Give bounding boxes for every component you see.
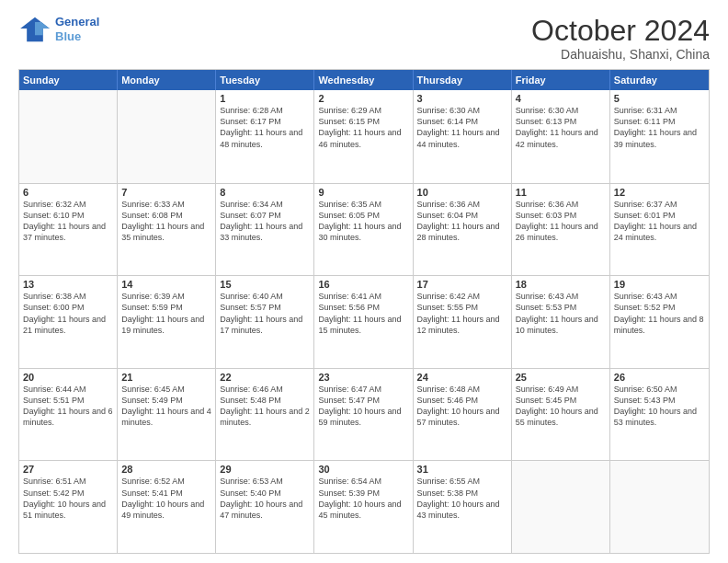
day-number: 22 bbox=[220, 372, 310, 383]
day-info: Sunrise: 6:44 AMSunset: 5:51 PMDaylight:… bbox=[23, 384, 113, 429]
day-info: Sunrise: 6:43 AMSunset: 5:53 PMDaylight:… bbox=[516, 291, 606, 336]
day-26: 26Sunrise: 6:50 AMSunset: 5:43 PMDayligh… bbox=[610, 369, 709, 461]
day-27: 27Sunrise: 6:51 AMSunset: 5:42 PMDayligh… bbox=[19, 461, 118, 553]
day-24: 24Sunrise: 6:48 AMSunset: 5:46 PMDayligh… bbox=[414, 369, 512, 461]
day-info: Sunrise: 6:33 AMSunset: 6:08 PMDaylight:… bbox=[121, 199, 211, 244]
day-4: 4Sunrise: 6:30 AMSunset: 6:13 PMDaylight… bbox=[512, 90, 610, 183]
day-number: 26 bbox=[614, 372, 705, 383]
day-1: 1Sunrise: 6:28 AMSunset: 6:17 PMDaylight… bbox=[216, 90, 314, 183]
day-info: Sunrise: 6:36 AMSunset: 6:04 PMDaylight:… bbox=[417, 199, 507, 244]
day-6: 6Sunrise: 6:32 AMSunset: 6:10 PMDaylight… bbox=[19, 184, 118, 276]
day-number: 6 bbox=[23, 187, 113, 198]
day-info: Sunrise: 6:32 AMSunset: 6:10 PMDaylight:… bbox=[23, 199, 113, 244]
empty-cell bbox=[512, 461, 610, 553]
logo: General Blue bbox=[18, 15, 99, 43]
day-number: 28 bbox=[121, 464, 211, 475]
location: Dahuaishu, Shanxi, China bbox=[531, 47, 710, 62]
day-number: 10 bbox=[417, 187, 507, 198]
day-info: Sunrise: 6:39 AMSunset: 5:59 PMDaylight:… bbox=[121, 291, 211, 336]
day-14: 14Sunrise: 6:39 AMSunset: 5:59 PMDayligh… bbox=[118, 276, 216, 368]
page: General Blue October 2024 Dahuaishu, Sha… bbox=[0, 0, 728, 563]
header: General Blue October 2024 Dahuaishu, Sha… bbox=[18, 15, 710, 62]
calendar-header: Sunday Monday Tuesday Wednesday Thursday… bbox=[19, 70, 709, 90]
day-20: 20Sunrise: 6:44 AMSunset: 5:51 PMDayligh… bbox=[19, 369, 118, 461]
header-thursday: Thursday bbox=[414, 70, 512, 90]
day-info: Sunrise: 6:41 AMSunset: 5:56 PMDaylight:… bbox=[318, 291, 408, 336]
day-info: Sunrise: 6:28 AMSunset: 6:17 PMDaylight:… bbox=[220, 105, 310, 150]
day-info: Sunrise: 6:47 AMSunset: 5:47 PMDaylight:… bbox=[318, 384, 408, 429]
day-number: 23 bbox=[318, 372, 408, 383]
day-28: 28Sunrise: 6:52 AMSunset: 5:41 PMDayligh… bbox=[118, 461, 216, 553]
empty-cell bbox=[118, 90, 216, 183]
calendar-body: 1Sunrise: 6:28 AMSunset: 6:17 PMDaylight… bbox=[19, 90, 709, 553]
day-number: 21 bbox=[121, 372, 211, 383]
day-30: 30Sunrise: 6:54 AMSunset: 5:39 PMDayligh… bbox=[314, 461, 413, 553]
empty-cell bbox=[610, 461, 709, 553]
header-friday: Friday bbox=[512, 70, 610, 90]
day-5: 5Sunrise: 6:31 AMSunset: 6:11 PMDaylight… bbox=[610, 90, 709, 183]
week-3: 13Sunrise: 6:38 AMSunset: 6:00 PMDayligh… bbox=[19, 275, 709, 368]
day-number: 25 bbox=[516, 372, 606, 383]
day-3: 3Sunrise: 6:30 AMSunset: 6:14 PMDaylight… bbox=[414, 90, 512, 183]
day-16: 16Sunrise: 6:41 AMSunset: 5:56 PMDayligh… bbox=[314, 276, 413, 368]
day-12: 12Sunrise: 6:37 AMSunset: 6:01 PMDayligh… bbox=[610, 184, 709, 276]
day-31: 31Sunrise: 6:55 AMSunset: 5:38 PMDayligh… bbox=[414, 461, 512, 553]
header-wednesday: Wednesday bbox=[314, 70, 413, 90]
day-info: Sunrise: 6:51 AMSunset: 5:42 PMDaylight:… bbox=[23, 476, 113, 521]
header-sunday: Sunday bbox=[19, 70, 118, 90]
day-info: Sunrise: 6:49 AMSunset: 5:45 PMDaylight:… bbox=[516, 384, 606, 429]
day-number: 17 bbox=[417, 279, 507, 290]
day-number: 8 bbox=[220, 187, 310, 198]
day-17: 17Sunrise: 6:42 AMSunset: 5:55 PMDayligh… bbox=[414, 276, 512, 368]
day-info: Sunrise: 6:37 AMSunset: 6:01 PMDaylight:… bbox=[614, 199, 705, 244]
title-block: October 2024 Dahuaishu, Shanxi, China bbox=[531, 15, 710, 62]
day-number: 27 bbox=[23, 464, 113, 475]
header-saturday: Saturday bbox=[610, 70, 709, 90]
day-22: 22Sunrise: 6:46 AMSunset: 5:48 PMDayligh… bbox=[216, 369, 314, 461]
day-number: 16 bbox=[318, 279, 408, 290]
day-25: 25Sunrise: 6:49 AMSunset: 5:45 PMDayligh… bbox=[512, 369, 610, 461]
calendar: Sunday Monday Tuesday Wednesday Thursday… bbox=[18, 69, 710, 554]
day-number: 30 bbox=[318, 464, 408, 475]
header-tuesday: Tuesday bbox=[216, 70, 314, 90]
day-number: 19 bbox=[614, 279, 705, 290]
day-info: Sunrise: 6:30 AMSunset: 6:13 PMDaylight:… bbox=[516, 105, 606, 150]
day-info: Sunrise: 6:36 AMSunset: 6:03 PMDaylight:… bbox=[516, 199, 606, 244]
day-number: 14 bbox=[121, 279, 211, 290]
day-number: 5 bbox=[614, 93, 705, 104]
day-info: Sunrise: 6:54 AMSunset: 5:39 PMDaylight:… bbox=[318, 476, 408, 521]
day-info: Sunrise: 6:40 AMSunset: 5:57 PMDaylight:… bbox=[220, 291, 310, 336]
day-info: Sunrise: 6:46 AMSunset: 5:48 PMDaylight:… bbox=[220, 384, 310, 429]
day-number: 24 bbox=[417, 372, 507, 383]
day-info: Sunrise: 6:53 AMSunset: 5:40 PMDaylight:… bbox=[220, 476, 310, 521]
day-number: 31 bbox=[417, 464, 507, 475]
day-29: 29Sunrise: 6:53 AMSunset: 5:40 PMDayligh… bbox=[216, 461, 314, 553]
day-info: Sunrise: 6:34 AMSunset: 6:07 PMDaylight:… bbox=[220, 199, 310, 244]
logo-text: General Blue bbox=[55, 15, 99, 43]
day-2: 2Sunrise: 6:29 AMSunset: 6:15 PMDaylight… bbox=[314, 90, 413, 183]
day-info: Sunrise: 6:30 AMSunset: 6:14 PMDaylight:… bbox=[417, 105, 507, 150]
day-18: 18Sunrise: 6:43 AMSunset: 5:53 PMDayligh… bbox=[512, 276, 610, 368]
day-15: 15Sunrise: 6:40 AMSunset: 5:57 PMDayligh… bbox=[216, 276, 314, 368]
empty-cell bbox=[19, 90, 118, 183]
day-8: 8Sunrise: 6:34 AMSunset: 6:07 PMDaylight… bbox=[216, 184, 314, 276]
day-info: Sunrise: 6:29 AMSunset: 6:15 PMDaylight:… bbox=[318, 105, 408, 150]
day-number: 18 bbox=[516, 279, 606, 290]
day-number: 20 bbox=[23, 372, 113, 383]
day-number: 1 bbox=[220, 93, 310, 104]
week-1: 1Sunrise: 6:28 AMSunset: 6:17 PMDaylight… bbox=[19, 90, 709, 183]
day-number: 9 bbox=[318, 187, 408, 198]
day-10: 10Sunrise: 6:36 AMSunset: 6:04 PMDayligh… bbox=[414, 184, 512, 276]
day-7: 7Sunrise: 6:33 AMSunset: 6:08 PMDaylight… bbox=[118, 184, 216, 276]
day-number: 13 bbox=[23, 279, 113, 290]
day-info: Sunrise: 6:35 AMSunset: 6:05 PMDaylight:… bbox=[318, 199, 408, 244]
day-number: 11 bbox=[516, 187, 606, 198]
week-5: 27Sunrise: 6:51 AMSunset: 5:42 PMDayligh… bbox=[19, 460, 709, 553]
day-number: 2 bbox=[318, 93, 408, 104]
day-info: Sunrise: 6:42 AMSunset: 5:55 PMDaylight:… bbox=[417, 291, 507, 336]
day-number: 29 bbox=[220, 464, 310, 475]
day-9: 9Sunrise: 6:35 AMSunset: 6:05 PMDaylight… bbox=[314, 184, 413, 276]
day-number: 3 bbox=[417, 93, 507, 104]
week-2: 6Sunrise: 6:32 AMSunset: 6:10 PMDaylight… bbox=[19, 183, 709, 276]
day-13: 13Sunrise: 6:38 AMSunset: 6:00 PMDayligh… bbox=[19, 276, 118, 368]
